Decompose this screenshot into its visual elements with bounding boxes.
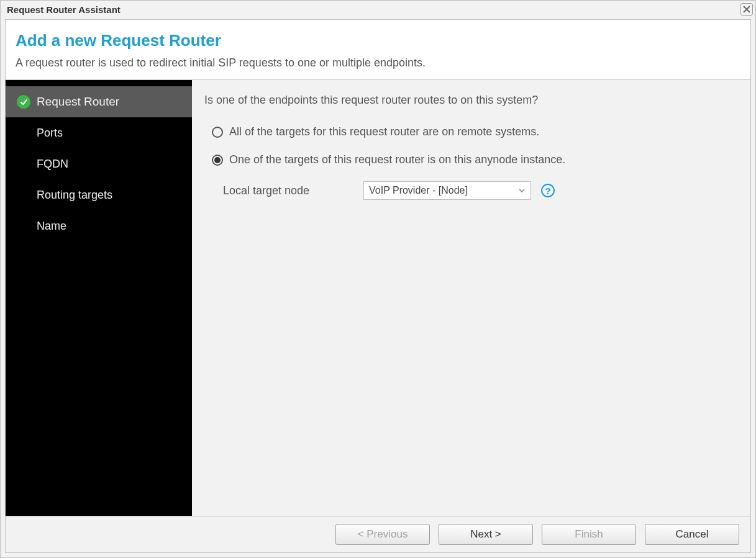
content-panel: Is one of the endpoints this request rou… <box>192 80 750 516</box>
wizard-steps-sidebar: Request Router Ports FQDN Routing target… <box>6 80 192 516</box>
cancel-button[interactable]: Cancel <box>645 524 739 545</box>
local-target-select[interactable]: VoIP Provider - [Node] <box>363 181 531 200</box>
wizard-window: Request Router Assistant Add a new Reque… <box>0 0 756 558</box>
finish-button[interactable]: Finish <box>542 524 636 545</box>
step-ports[interactable]: Ports <box>6 117 192 148</box>
footer: < Previous Next > Finish Cancel <box>5 516 751 553</box>
help-icon[interactable]: ? <box>541 184 555 197</box>
step-label: Ports <box>37 127 63 140</box>
radio-label: All of the targets for this request rout… <box>229 125 539 138</box>
close-button[interactable] <box>740 3 753 16</box>
option-local-target[interactable]: One of the targets of this request route… <box>212 153 738 166</box>
step-request-router[interactable]: Request Router <box>6 86 192 117</box>
radio-icon[interactable] <box>212 127 223 138</box>
option-remote-targets[interactable]: All of the targets for this request rout… <box>212 125 738 138</box>
select-value: VoIP Provider - [Node] <box>369 185 468 196</box>
header-panel: Add a new Request Router A request route… <box>5 19 751 80</box>
local-target-label: Local target node <box>223 184 353 197</box>
check-icon <box>17 95 30 109</box>
radio-icon[interactable] <box>212 155 223 166</box>
step-label: Routing targets <box>37 189 112 202</box>
step-label: Request Router <box>37 95 119 109</box>
body: Request Router Ports FQDN Routing target… <box>5 80 751 516</box>
chevron-down-icon <box>518 187 526 194</box>
step-name[interactable]: Name <box>6 210 192 241</box>
close-icon <box>743 6 750 13</box>
page-title: Add a new Request Router <box>16 31 740 50</box>
radio-label: One of the targets of this request route… <box>229 153 565 166</box>
page-description: A request router is used to redirect ini… <box>16 56 740 70</box>
local-target-field: Local target node VoIP Provider - [Node]… <box>223 181 738 200</box>
window-title: Request Router Assistant <box>7 4 121 15</box>
step-routing-targets[interactable]: Routing targets <box>6 179 192 210</box>
previous-button[interactable]: < Previous <box>335 524 430 545</box>
titlebar: Request Router Assistant <box>1 1 755 18</box>
next-button[interactable]: Next > <box>439 524 533 545</box>
question-text: Is one of the endpoints this request rou… <box>204 94 738 107</box>
step-label: Name <box>37 220 66 233</box>
step-label: FQDN <box>37 158 68 171</box>
step-fqdn[interactable]: FQDN <box>6 148 192 179</box>
